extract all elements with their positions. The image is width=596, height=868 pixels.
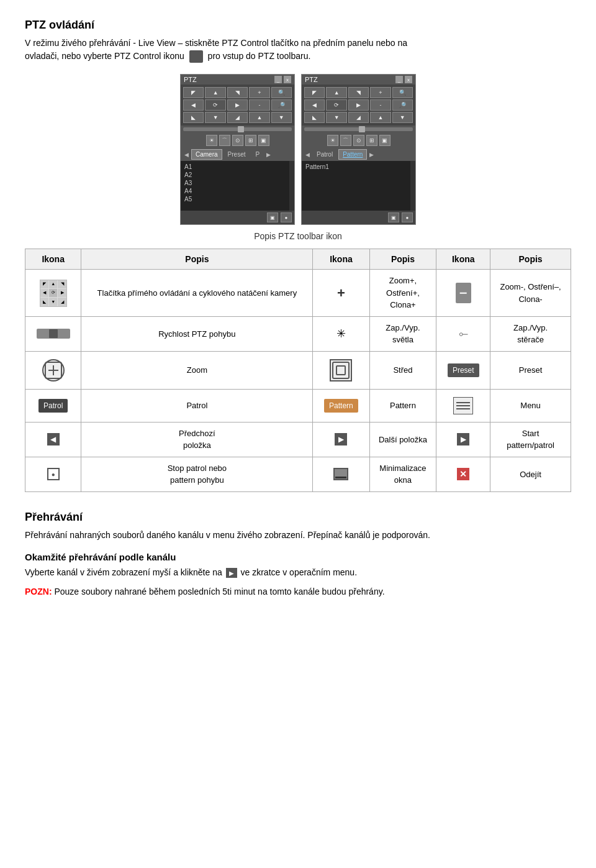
- ptz-zoomin[interactable]: +: [249, 87, 269, 98]
- ptz-icon-zoom-1[interactable]: ⊙: [232, 135, 243, 146]
- ptz2-left[interactable]: ◀: [304, 99, 325, 111]
- icon-pattern-btn: Pattern: [324, 399, 358, 413]
- ptz-icon-trash-1[interactable]: ▣: [258, 135, 269, 146]
- ptz2-focusin[interactable]: 🔍: [392, 87, 413, 98]
- ptz-close-btn-1[interactable]: x: [284, 76, 291, 83]
- ptz-titlebar-1: PTZ _ x: [181, 75, 294, 85]
- ptz2-downright[interactable]: ◢: [348, 112, 369, 123]
- ptz2-irisclose[interactable]: ▼: [392, 112, 413, 123]
- ptz2-upleft[interactable]: ◤: [304, 87, 325, 98]
- ptz-tabs-2: ◀ Patrol Pattern ▶: [302, 148, 415, 161]
- ptz-tab-arrow-right-2[interactable]: ▶: [368, 152, 375, 158]
- ptz-icon-center-1[interactable]: ⊞: [245, 135, 256, 146]
- ptz-irisclose[interactable]: ▼: [271, 112, 292, 123]
- icon-preset-btn: Preset: [448, 363, 479, 377]
- ptz-downright[interactable]: ◢: [227, 112, 248, 123]
- ptz-upleft[interactable]: ◤: [183, 87, 204, 98]
- ptz2-icon-wiper[interactable]: ⌒: [340, 135, 351, 146]
- icon-plus-wrapper: +: [319, 280, 363, 306]
- ptz-zoomout[interactable]: -: [249, 99, 269, 111]
- popis-cell-light: Zap./Vyp.světla: [369, 316, 436, 351]
- ptz2-center[interactable]: ⟳: [326, 99, 346, 111]
- icon-cell-preset: Preset: [436, 351, 490, 389]
- dpad-c: ⟳: [49, 289, 57, 297]
- ptz-right[interactable]: ▶: [227, 99, 248, 111]
- ptz-tab-pattern[interactable]: Pattern: [338, 149, 367, 160]
- ptz-tab-arrow-right-1[interactable]: ▶: [265, 152, 272, 158]
- icon-cell-wiper: ⟜: [436, 316, 490, 351]
- ptz-tab-camera[interactable]: Camera: [191, 149, 222, 160]
- ptz2-zoomin[interactable]: +: [370, 87, 391, 98]
- ptz-minimize-btn-2[interactable]: _: [395, 76, 403, 83]
- ptz2-up[interactable]: ▲: [326, 87, 346, 98]
- popis-cell-plus: Zoom+,Ostření+,Clona+: [369, 270, 436, 317]
- ptz-list-item-a4[interactable]: A4: [183, 187, 287, 195]
- ptz2-icon-trash[interactable]: ▣: [379, 135, 391, 146]
- ptz-bottom-btn2-1[interactable]: ●: [281, 212, 292, 222]
- ptz-bottom-btn2-2[interactable]: ●: [402, 212, 413, 222]
- ptz-focusout[interactable]: 🔎: [271, 99, 292, 111]
- ptz-tab-preset[interactable]: Preset: [224, 149, 250, 160]
- ptz-list-item-a2[interactable]: A2: [183, 171, 287, 179]
- icon-cell-nav-prev: ◀: [25, 422, 81, 457]
- ptz-bottom-btn1-2[interactable]: ▣: [388, 212, 399, 222]
- popis-start: Startpattern/patrol: [507, 429, 554, 450]
- ptz-list-item-pattern1[interactable]: Pattern1: [304, 163, 409, 171]
- ptz-down[interactable]: ▼: [205, 112, 225, 123]
- ptz2-down[interactable]: ▼: [326, 112, 346, 123]
- ptz-scrollbar-2[interactable]: [410, 161, 415, 211]
- ptz-downleft[interactable]: ◣: [183, 112, 204, 123]
- ptz-tab-patrol[interactable]: Patrol: [312, 149, 337, 160]
- ptz-list-2: Pattern1: [302, 161, 410, 211]
- ptz-minimize-btn-1[interactable]: _: [274, 76, 282, 83]
- ptz2-upright[interactable]: ◥: [348, 87, 369, 98]
- ptz2-icon-center[interactable]: ⊞: [366, 135, 377, 146]
- icon-stop: ●: [47, 468, 60, 480]
- ptz-titlebar-2: PTZ _ x: [302, 75, 415, 85]
- icon-cell-center: [313, 351, 369, 389]
- ptz-tab-p[interactable]: P: [251, 149, 264, 160]
- ptz-close-btn-2[interactable]: x: [405, 76, 412, 83]
- ptz-focusin[interactable]: 🔍: [271, 87, 292, 98]
- ptz2-downleft[interactable]: ◣: [304, 112, 325, 123]
- ptz-speed-thumb-2[interactable]: [359, 126, 365, 132]
- table-row: Zoom Střed Preset: [25, 351, 571, 389]
- ptz-center-c1[interactable]: ⟳: [205, 99, 225, 111]
- icon-patrol-wrapper: Patrol: [32, 396, 74, 415]
- icon-nav-next: ▶: [335, 433, 347, 445]
- ptz-speed-thumb-1[interactable]: [238, 126, 244, 132]
- ptz2-zoomout[interactable]: -: [370, 99, 391, 111]
- ptz-list-item-a5[interactable]: A5: [183, 195, 287, 203]
- playback-subtitle: Okamžité přehrávání podle kanálu: [25, 552, 571, 562]
- playback-title: Přehrávání: [25, 511, 571, 524]
- icon-start: ▶: [457, 433, 469, 445]
- dpad-t: ▲: [49, 280, 57, 288]
- ptz2-icon-zoom[interactable]: ⊙: [353, 135, 364, 146]
- ptz-tab-arrow-left-1[interactable]: ◀: [183, 152, 190, 158]
- ptz-upright[interactable]: ◥: [227, 87, 248, 98]
- ptz-up[interactable]: ▲: [205, 87, 225, 98]
- icon-menu-line1: [456, 402, 470, 403]
- ptz2-focusout[interactable]: 🔎: [392, 99, 413, 111]
- ptz2-irisopen[interactable]: ▲: [370, 112, 391, 123]
- icon-close: ✕: [457, 468, 469, 480]
- ptz-irisopen[interactable]: ▲: [249, 112, 269, 123]
- ptz-bottom-btn1-1[interactable]: ▣: [267, 212, 278, 222]
- ptz-icons-row-1: ☀ ⌒ ⊙ ⊞ ▣: [181, 133, 294, 148]
- ptz-list-wrap-1: A1 A2 A3 A4 A5: [181, 161, 294, 211]
- ptz-left[interactable]: ◀: [183, 99, 204, 111]
- playback-note: POZN: Pouze soubory nahrané během posled…: [25, 585, 571, 598]
- ptz-icon-wiper-1[interactable]: ⌒: [219, 135, 230, 146]
- icon-cell-plus: +: [313, 270, 369, 317]
- ptz-list-item-a1[interactable]: A1: [183, 163, 287, 171]
- ptz-tab-arrow-left-2[interactable]: ◀: [304, 152, 311, 158]
- ptz-list-item-a3[interactable]: A3: [183, 179, 287, 187]
- intro-line2: ovladači, nebo vyberte PTZ Control ikonu: [25, 51, 184, 61]
- ptz2-right[interactable]: ▶: [348, 99, 369, 111]
- ptz-scrollbar-1[interactable]: [289, 161, 294, 211]
- popis-cell-pattern: Pattern: [369, 389, 436, 422]
- icon-minus: −: [456, 283, 471, 303]
- ptz-icon-light-1[interactable]: ☀: [206, 135, 217, 146]
- ptz2-icon-light[interactable]: ☀: [327, 135, 338, 146]
- icon-cell-menu: [436, 389, 490, 422]
